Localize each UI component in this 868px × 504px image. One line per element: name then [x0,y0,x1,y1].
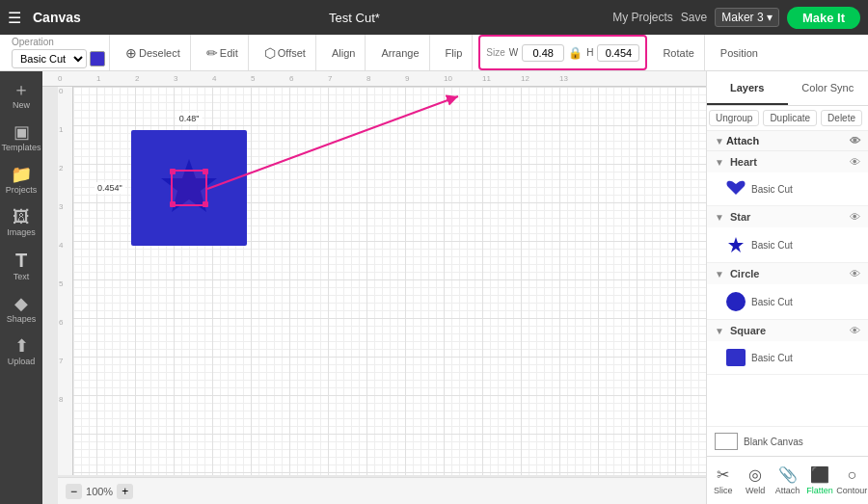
left-tool-images[interactable]: 🖼 Images [2,202,41,243]
operation-group: Operation Basic Cut [8,35,110,70]
attach-icon: 📎 [778,465,798,484]
rotate-button[interactable]: Rotate [657,44,699,62]
templates-icon: ▣ [14,123,30,141]
heart-shape-icon [726,180,746,198]
offset-button[interactable]: ⬡ Offset [258,42,312,64]
my-projects-button[interactable]: My Projects [612,11,673,24]
star-eye-icon[interactable]: 👁 [850,211,860,223]
zoom-control: − 100% + [66,484,133,499]
left-tool-projects[interactable]: 📁 Projects [2,160,41,200]
contour-button[interactable]: ○ Contour [836,457,868,504]
canvas-area[interactable]: 0 1 2 3 4 5 6 7 8 9 10 11 12 13 0 1 2 3 [42,71,706,504]
selection-box [171,170,207,206]
size-w-label: W [509,47,518,58]
layer-group-circle: ▼ Circle 👁 Basic Cut [707,263,868,320]
tab-color-sync[interactable]: Color Sync [788,71,869,105]
offset-icon: ⬡ [264,45,276,61]
heart-eye-icon[interactable]: 👁 [850,156,860,168]
star-shape-icon [726,235,746,254]
zoom-in-button[interactable]: + [117,484,133,499]
weld-button[interactable]: ◎ Weld [739,457,771,504]
toolbar: Operation Basic Cut ⊕ Deselect ✏ Edit ⬡ … [0,35,868,71]
left-tool-upload[interactable]: ⬆ Upload [2,332,41,372]
blue-square-object[interactable]: 0.48" 0.454" [131,130,247,246]
save-button[interactable]: Save [681,11,707,24]
left-tool-text[interactable]: T Text [2,245,41,287]
weld-icon: ◎ [748,465,762,484]
attach-eye-icon[interactable]: 👁 [850,135,860,146]
edit-button[interactable]: ✏ Edit [201,42,244,64]
images-icon: 🖼 [13,208,30,225]
square-eye-icon[interactable]: 👁 [850,325,860,336]
blank-canvas-label: Blank Canvas [744,437,803,447]
handle-tl[interactable] [170,169,176,174]
tab-layers[interactable]: Layers [707,71,788,105]
heart-basic-cut-item[interactable]: Basic Cut [707,172,868,205]
left-tool-shapes[interactable]: ◆ Shapes [2,289,41,330]
circle-basic-cut-item[interactable]: Basic Cut [707,284,868,319]
attach-header: ▼ Attach 👁 [707,131,868,151]
ungroup-button[interactable]: Ungroup [709,110,759,126]
flatten-button[interactable]: ⬛ Flatten [803,457,835,504]
handle-tr[interactable] [203,169,208,174]
duplicate-button[interactable]: Duplicate [763,110,817,126]
circle-eye-icon[interactable]: 👁 [850,268,860,279]
left-sidebar: ＋ New ▣ Templates 📁 Projects 🖼 Images T … [0,71,42,504]
lock-icon: 🔒 [568,46,583,60]
zoom-value: 100% [86,486,113,497]
flip-button[interactable]: Flip [440,44,469,62]
layer-group-square: ▼ Square 👁 Basic Cut [707,320,868,375]
bottom-bar: − 100% + [58,477,706,504]
align-button[interactable]: Align [326,44,361,62]
slice-icon: ✂ [717,465,729,484]
deselect-button[interactable]: ⊕ Deselect [120,42,186,64]
maker-selector[interactable]: Maker 3 ▾ [715,8,779,27]
ruler-vertical: 0 1 2 3 4 5 6 7 8 [58,87,73,475]
blank-canvas-bar: Blank Canvas [707,426,868,456]
layer-group-star: ▼ Star 👁 Basic Cut [707,206,868,263]
handle-bl[interactable] [170,201,176,207]
star-group-header[interactable]: ▼ Star 👁 [707,206,868,227]
layer-group-heart: ▼ Heart 👁 Basic Cut [707,151,868,206]
edit-icon: ✏ [206,45,218,61]
layers-toolbar: Group Ungroup Duplicate Delete [707,106,868,131]
right-bottom-tools: ✂ Slice ◎ Weld 📎 Attach ⬛ Flatten ○ Cont… [707,456,868,504]
operation-select[interactable]: Basic Cut [12,49,87,68]
dimension-width: 0.48" [176,113,203,124]
handle-br[interactable] [203,201,208,207]
arrange-group: Arrange [371,35,429,70]
position-group: Position [711,35,768,70]
menu-icon[interactable]: ☰ [8,9,21,27]
heart-group-header[interactable]: ▼ Heart 👁 [707,151,868,172]
layers-list: ▼ Attach 👁 ▼ Heart 👁 [707,131,868,426]
slice-button[interactable]: ✂ Slice [707,457,739,504]
square-basic-cut-item[interactable]: Basic Cut [707,341,868,374]
star-basic-cut-item[interactable]: Basic Cut [707,227,868,262]
attach-button[interactable]: 📎 Attach [772,457,803,504]
size-group: Size W 🔒 H [478,35,647,70]
main-area: ＋ New ▣ Templates 📁 Projects 🖼 Images T … [0,71,868,504]
size-h-label: H [586,47,593,58]
delete-button[interactable]: Delete [821,110,862,126]
size-w-input[interactable] [522,44,564,62]
ruler-horizontal: 0 1 2 3 4 5 6 7 8 9 10 11 12 13 [42,71,706,87]
zoom-out-button[interactable]: − [66,484,82,499]
left-tool-new[interactable]: ＋ New [2,75,41,116]
svg-marker-3 [728,237,744,252]
arrange-button[interactable]: Arrange [375,44,424,62]
flatten-icon: ⬛ [810,465,829,484]
canvas-content[interactable]: 0 1 2 3 4 5 6 7 8 [58,87,706,475]
circle-shape-icon [726,292,746,311]
size-h-input[interactable] [597,44,639,62]
topbar: ☰ Canvas Test Cut* My Projects Save Make… [0,0,868,35]
text-icon: T [15,251,27,270]
circle-group-header[interactable]: ▼ Circle 👁 [707,263,868,284]
operation-color[interactable] [90,51,105,66]
position-button[interactable]: Position [715,44,764,62]
operation-label: Operation [12,37,105,47]
edit-group: ✏ Edit [197,35,249,70]
make-it-button[interactable]: Make It [787,7,860,29]
left-tool-templates[interactable]: ▣ Templates [2,118,41,158]
flip-group: Flip [436,35,474,70]
square-group-header[interactable]: ▼ Square 👁 [707,320,868,341]
